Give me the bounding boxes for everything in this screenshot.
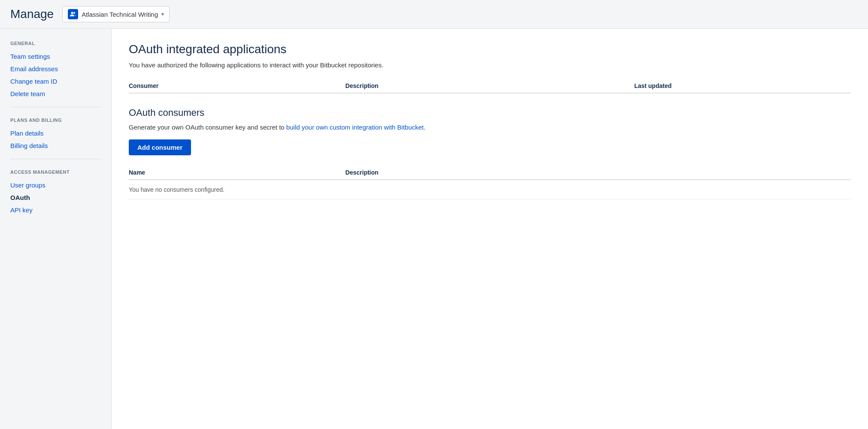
col-name: Name xyxy=(129,166,346,180)
sidebar-item-billing-details[interactable]: Billing details xyxy=(10,139,101,152)
sidebar-item-plan-details[interactable]: Plan details xyxy=(10,127,101,139)
sidebar-divider-2 xyxy=(10,159,101,159)
sidebar-section-plans: PLANS AND BILLING xyxy=(10,118,101,123)
add-consumer-button[interactable]: Add consumer xyxy=(129,139,191,155)
col-description: Description xyxy=(346,79,634,93)
sidebar-section-access: ACCESS MANAGEMENT xyxy=(10,169,101,175)
layout: GENERAL Team settings Email addresses Ch… xyxy=(0,29,868,429)
header: Manage Atlassian Technical Writing ▾ xyxy=(0,0,868,29)
sidebar-divider-1 xyxy=(10,107,101,107)
col-last-updated: Last updated xyxy=(634,79,851,93)
empty-consumers-row: You have no consumers configured. xyxy=(129,180,851,199)
oauth-consumers-title: OAuth consumers xyxy=(129,107,851,118)
team-icon xyxy=(68,9,78,19)
description-suffix: . xyxy=(424,124,425,131)
team-name: Atlassian Technical Writing xyxy=(82,11,158,18)
page-main-title: Manage xyxy=(10,7,54,21)
svg-point-0 xyxy=(71,12,73,14)
main-content: OAuth integrated applications You have a… xyxy=(112,29,868,429)
integrated-apps-table: Consumer Description Last updated xyxy=(129,79,851,94)
sidebar-item-team-settings[interactable]: Team settings xyxy=(10,50,101,63)
oauth-consumers-description: Generate your own OAuth consumer key and… xyxy=(129,124,851,131)
consumers-table: Name Description You have no consumers c… xyxy=(129,166,851,199)
sidebar-item-user-groups[interactable]: User groups xyxy=(10,179,101,191)
description-prefix: Generate your own OAuth consumer key and… xyxy=(129,124,286,131)
col-consumer: Consumer xyxy=(129,79,346,93)
sidebar-item-email-addresses[interactable]: Email addresses xyxy=(10,63,101,75)
svg-point-1 xyxy=(73,12,75,14)
empty-consumers-message: You have no consumers configured. xyxy=(129,180,851,199)
sidebar: GENERAL Team settings Email addresses Ch… xyxy=(0,29,112,429)
sidebar-item-change-team-id[interactable]: Change team ID xyxy=(10,75,101,88)
sidebar-item-oauth[interactable]: OAuth xyxy=(10,191,101,204)
oauth-page-title: OAuth integrated applications xyxy=(129,42,851,56)
chevron-down-icon: ▾ xyxy=(161,11,164,17)
custom-integration-link[interactable]: build your own custom integration with B… xyxy=(286,124,424,131)
col-consumer-description: Description xyxy=(346,166,851,180)
sidebar-section-general: GENERAL xyxy=(10,41,101,46)
oauth-page-description: You have authorized the following applic… xyxy=(129,61,851,69)
sidebar-item-api-key[interactable]: API key xyxy=(10,204,101,216)
sidebar-item-delete-team[interactable]: Delete team xyxy=(10,88,101,100)
team-selector[interactable]: Atlassian Technical Writing ▾ xyxy=(62,6,170,22)
